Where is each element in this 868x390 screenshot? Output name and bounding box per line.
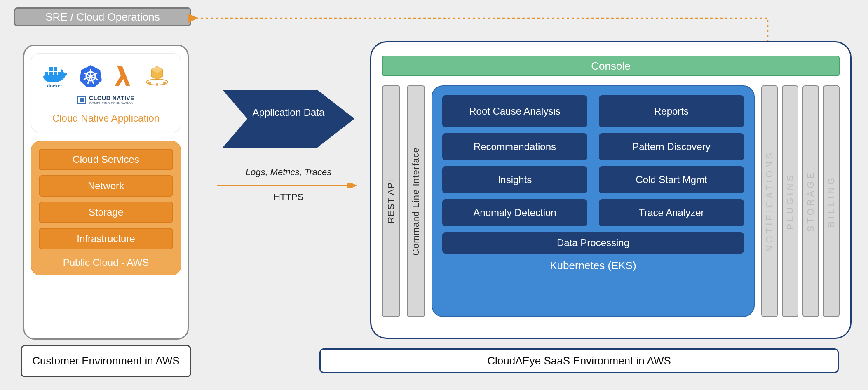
- kubernetes-icon: [79, 64, 103, 88]
- capability-cold-start: Cold Start Mgmt: [599, 166, 744, 193]
- saas-body: REST API Command Line Interface Root Cau…: [382, 85, 840, 317]
- capability-reports: Reports: [599, 95, 744, 127]
- tech-icon-row: docker: [36, 59, 176, 92]
- cncf-label: CLOUD NATIVE: [89, 95, 134, 101]
- capability-grid: Root Cause Analysis Reports Recommendati…: [442, 95, 744, 254]
- kubernetes-title: Kubernetes (EKS): [442, 259, 744, 272]
- capability-data-processing: Data Processing: [442, 232, 744, 254]
- service-cloud-services: Cloud Services: [39, 149, 173, 170]
- customer-environment-label: Customer Environment in AWS: [32, 355, 179, 367]
- flow-description: Logs, Metrics, Traces HTTPS: [214, 167, 363, 202]
- svg-point-18: [156, 83, 158, 86]
- svg-rect-0: [45, 72, 48, 75]
- sre-operations-label: SRE / Cloud Operations: [45, 11, 160, 23]
- svg-point-16: [148, 82, 151, 84]
- capability-root-cause: Root Cause Analysis: [442, 95, 587, 127]
- cloud-native-title: Cloud Native Application: [36, 113, 176, 124]
- saas-environment-label-box: CloudAEye SaaS Environment in AWS: [319, 348, 839, 373]
- storage-column: STORAGE: [802, 85, 819, 317]
- svg-rect-5: [54, 67, 57, 71]
- billing-label: BILLING: [826, 175, 837, 227]
- customer-environment-container: docker: [23, 45, 189, 340]
- capability-trace-analyzer: Trace Analyzer: [599, 199, 744, 226]
- svg-rect-22: [80, 98, 84, 102]
- notifications-column: NOTIFICATIONS: [761, 85, 778, 317]
- storage-label: STORAGE: [805, 170, 816, 232]
- capability-recommendations: Recommendations: [442, 133, 587, 160]
- cncf-sublabel: COMPUTING FOUNDATION: [89, 101, 134, 105]
- rest-api-column: REST API: [382, 85, 400, 317]
- sre-operations-box: SRE / Cloud Operations: [14, 7, 191, 26]
- rest-api-label: REST API: [386, 179, 396, 223]
- kubernetes-box: Root Cause Analysis Reports Recommendati…: [432, 85, 755, 317]
- capability-insights: Insights: [442, 166, 587, 193]
- service-infrastructure: Infrastructure: [39, 228, 173, 249]
- cncf-logo: CLOUD NATIVE COMPUTING FOUNDATION: [36, 95, 176, 105]
- svg-rect-2: [54, 72, 57, 75]
- service-storage: Storage: [39, 202, 173, 223]
- notifications-label: NOTIFICATIONS: [764, 150, 775, 252]
- cloud-native-application-box: docker: [31, 53, 181, 132]
- console-label: Console: [591, 60, 630, 73]
- cli-label: Command Line Interface: [411, 147, 421, 256]
- flow-protocol-label: HTTPS: [214, 192, 363, 202]
- public-cloud-box: Cloud Services Network Storage Infrastru…: [31, 141, 181, 275]
- saas-environment-container: Console REST API Command Line Interface …: [370, 41, 852, 339]
- plugins-column: PLUGINS: [782, 85, 798, 317]
- side-columns: NOTIFICATIONS PLUGINS STORAGE BILLING: [761, 85, 840, 317]
- svg-rect-1: [49, 72, 53, 75]
- flow-types-label: Logs, Metrics, Traces: [214, 167, 363, 178]
- saas-environment-label: CloudAEye SaaS Environment in AWS: [487, 355, 671, 367]
- capability-anomaly-detection: Anomaly Detection: [442, 199, 587, 226]
- service-network: Network: [39, 175, 173, 197]
- public-cloud-title: Public Cloud - AWS: [39, 257, 173, 268]
- customer-environment-label-box: Customer Environment in AWS: [21, 345, 191, 377]
- docker-icon: docker: [42, 63, 68, 88]
- lambda-icon: [114, 64, 133, 88]
- console-bar: Console: [382, 56, 840, 76]
- application-data-arrow: [223, 90, 354, 148]
- svg-rect-4: [49, 67, 53, 71]
- flow-small-arrow-icon: [216, 183, 361, 188]
- svg-marker-23: [223, 90, 354, 148]
- capability-pattern-discovery: Pattern Discovery: [599, 133, 744, 160]
- cli-column: Command Line Interface: [407, 85, 425, 317]
- svg-point-17: [163, 82, 166, 84]
- honeycomb-icon: [144, 64, 170, 88]
- plugins-label: PLUGINS: [785, 173, 795, 230]
- billing-column: BILLING: [823, 85, 840, 317]
